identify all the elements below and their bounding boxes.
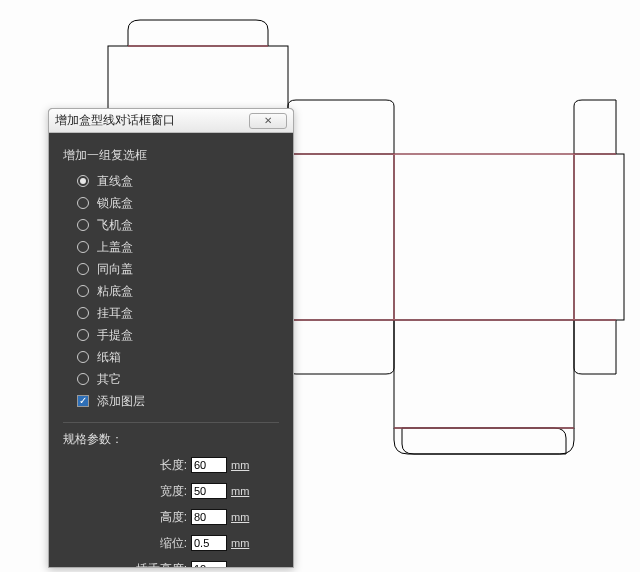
box-type-option[interactable]: 纸箱 <box>77 346 279 368</box>
box-type-option[interactable]: 其它 <box>77 368 279 390</box>
box-type-option[interactable]: 同向盖 <box>77 258 279 280</box>
param-label: 宽度: <box>160 483 187 500</box>
box-type-option[interactable]: 粘底盒 <box>77 280 279 302</box>
box-type-option[interactable]: 手提盒 <box>77 324 279 346</box>
radio-icon <box>77 351 89 363</box>
box-type-options: 直线盒锁底盒飞机盒上盖盒同向盖粘底盒挂耳盒手提盒纸箱其它添加图层 <box>63 170 279 412</box>
option-label: 飞机盒 <box>97 217 133 234</box>
option-label: 挂耳盒 <box>97 305 133 322</box>
radio-icon <box>77 329 89 341</box>
box-type-option[interactable]: 直线盒 <box>77 170 279 192</box>
param-input[interactable] <box>191 561 227 567</box>
param-unit: mm <box>231 537 249 549</box>
option-label: 其它 <box>97 371 121 388</box>
add-layer-option[interactable]: 添加图层 <box>77 390 279 412</box>
param-input[interactable] <box>191 483 227 499</box>
param-input[interactable] <box>191 457 227 473</box>
box-type-option[interactable]: 锁底盒 <box>77 192 279 214</box>
param-unit: mm <box>231 485 249 497</box>
radio-icon <box>77 175 89 187</box>
radio-icon <box>77 197 89 209</box>
option-label: 粘底盒 <box>97 283 133 300</box>
radio-icon <box>77 219 89 231</box>
svg-rect-4 <box>574 154 624 320</box>
params-title: 规格参数： <box>63 431 279 448</box>
svg-rect-2 <box>288 154 394 320</box>
param-row: 长度:mm <box>63 454 279 476</box>
radio-icon <box>77 307 89 319</box>
option-label: 锁底盒 <box>97 195 133 212</box>
dialog-titlebar[interactable]: 增加盒型线对话框窗口 ✕ <box>49 109 293 133</box>
close-icon: ✕ <box>264 115 272 126</box>
box-type-option[interactable]: 挂耳盒 <box>77 302 279 324</box>
param-row: 高度:mm <box>63 506 279 528</box>
svg-rect-5 <box>394 320 574 428</box>
dialog-title: 增加盒型线对话框窗口 <box>55 112 249 129</box>
param-label: 长度: <box>160 457 187 474</box>
option-label: 纸箱 <box>97 349 121 366</box>
close-button[interactable]: ✕ <box>249 113 287 129</box>
add-box-dialog: 增加盒型线对话框窗口 ✕ 增加一组复选框 直线盒锁底盒飞机盒上盖盒同向盖粘底盒挂… <box>48 108 294 568</box>
param-row: 宽度:mm <box>63 480 279 502</box>
param-input[interactable] <box>191 509 227 525</box>
param-unit: mm <box>231 459 249 471</box>
radio-icon <box>77 263 89 275</box>
radio-icon <box>77 241 89 253</box>
param-row: 缩位:mm <box>63 532 279 554</box>
box-type-option[interactable]: 上盖盒 <box>77 236 279 258</box>
param-input[interactable] <box>191 535 227 551</box>
divider <box>63 422 279 423</box>
checkbox-icon <box>77 395 89 407</box>
options-group-title: 增加一组复选框 <box>63 147 279 164</box>
param-unit: mm <box>231 563 249 567</box>
radio-icon <box>77 373 89 385</box>
param-row: 插舌高度:mm <box>63 558 279 567</box>
box-type-option[interactable]: 飞机盒 <box>77 214 279 236</box>
option-label: 同向盖 <box>97 261 133 278</box>
option-label: 上盖盒 <box>97 239 133 256</box>
option-label: 直线盒 <box>97 173 133 190</box>
option-label: 手提盒 <box>97 327 133 344</box>
param-unit: mm <box>231 511 249 523</box>
param-label: 高度: <box>160 509 187 526</box>
param-label: 缩位: <box>160 535 187 552</box>
params-list: 长度:mm宽度:mm高度:mm缩位:mm插舌高度:mm粘口宽度:mm <box>63 454 279 567</box>
radio-icon <box>77 285 89 297</box>
add-layer-label: 添加图层 <box>97 393 145 410</box>
param-label: 插舌高度: <box>136 561 187 568</box>
dialog-body: 增加一组复选框 直线盒锁底盒飞机盒上盖盒同向盖粘底盒挂耳盒手提盒纸箱其它添加图层… <box>49 133 293 567</box>
svg-rect-3 <box>394 154 574 320</box>
